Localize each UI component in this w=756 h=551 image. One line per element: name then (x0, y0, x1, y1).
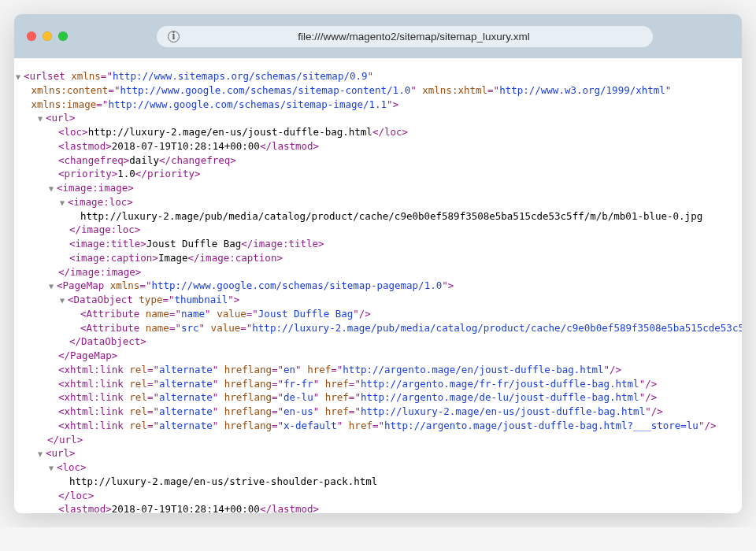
disclosure-triangle-icon[interactable]: ▼ (16, 72, 24, 83)
xml-line: <loc>http://luxury-2.mage/en-us/joust-du… (25, 125, 731, 139)
disclosure-triangle-icon[interactable]: ▼ (49, 463, 57, 474)
disclosure-triangle-icon[interactable]: ▼ (49, 281, 57, 292)
xml-line: ▼<url> (25, 111, 731, 125)
xml-line: <image:caption>Image</image:caption> (25, 251, 731, 265)
xml-line: http://luxury-2.mage/en-us/strive-should… (25, 475, 731, 489)
minimize-icon[interactable] (43, 31, 52, 41)
xml-line: <priority>1.0</priority> (25, 167, 731, 181)
xml-line: ▼<urlset xmlns="http://www.sitemaps.org/… (25, 69, 731, 83)
xml-line: </PageMap> (25, 349, 731, 363)
xml-line: <lastmod>2018-07-19T10:28:14+00:00</last… (25, 139, 731, 153)
xml-line: xmlns:image="http://www.google.com/schem… (25, 98, 731, 112)
xml-line: </DataObject> (25, 335, 731, 349)
address-bar[interactable]: i file:///www/magento2/sitemap/sitemap_l… (157, 26, 653, 47)
close-icon[interactable] (27, 31, 36, 41)
xml-line: ▼<loc> (25, 460, 731, 475)
xml-line: <Attribute name="name" value="Joust Duff… (25, 307, 731, 321)
xml-line: <image:title>Joust Duffle Bag</image:tit… (25, 237, 731, 251)
xml-viewer: ▼<urlset xmlns="http://www.sitemaps.org/… (14, 58, 742, 513)
xml-line: <xhtml:link rel="alternate" hreflang="fr… (25, 377, 731, 391)
browser-window: i file:///www/magento2/sitemap/sitemap_l… (14, 14, 742, 513)
titlebar: i file:///www/magento2/sitemap/sitemap_l… (14, 14, 742, 58)
disclosure-triangle-icon[interactable]: ▼ (49, 183, 57, 194)
maximize-icon[interactable] (58, 31, 68, 41)
site-info-icon[interactable]: i (168, 31, 180, 43)
xml-line: <xhtml:link rel="alternate" hreflang="en… (25, 363, 731, 377)
xml-line: </url> (25, 433, 731, 447)
xml-line: <xhtml:link rel="alternate" hreflang="en… (25, 405, 731, 419)
xml-line: ▼<image:loc> (25, 195, 731, 209)
xml-line: ▼<PageMap xmlns="http://www.google.com/s… (25, 279, 731, 293)
xml-line: <Attribute name="src" value="http://luxu… (25, 321, 731, 335)
xml-line: <xhtml:link rel="alternate" hreflang="x-… (25, 419, 731, 433)
traffic-lights (27, 31, 68, 41)
disclosure-triangle-icon[interactable]: ▼ (60, 198, 68, 209)
xml-line: http://luxury-2.mage/pub/media/catalog/p… (25, 209, 731, 224)
xml-line: ▼<image:image> (25, 181, 731, 195)
disclosure-triangle-icon[interactable]: ▼ (60, 295, 68, 306)
xml-line: xmlns:content="http://www.google.com/sch… (25, 83, 731, 98)
xml-line: <lastmod>2018-07-19T10:28:14+00:00</last… (25, 502, 731, 513)
xml-line: </loc> (25, 489, 731, 503)
xml-line: <changefreq>daily</changefreq> (25, 153, 731, 168)
xml-line: </image:image> (25, 265, 731, 279)
xml-line: <xhtml:link rel="alternate" hreflang="de… (25, 390, 731, 405)
disclosure-triangle-icon[interactable]: ▼ (38, 113, 46, 124)
address-text: file:///www/magento2/sitemap/sitemap_lux… (186, 31, 642, 43)
disclosure-triangle-icon[interactable]: ▼ (38, 449, 46, 460)
xml-line: ▼<url> (25, 446, 731, 460)
xml-line: ▼<DataObject type="thumbnail"> (25, 293, 731, 307)
xml-line: </image:loc> (25, 223, 731, 237)
